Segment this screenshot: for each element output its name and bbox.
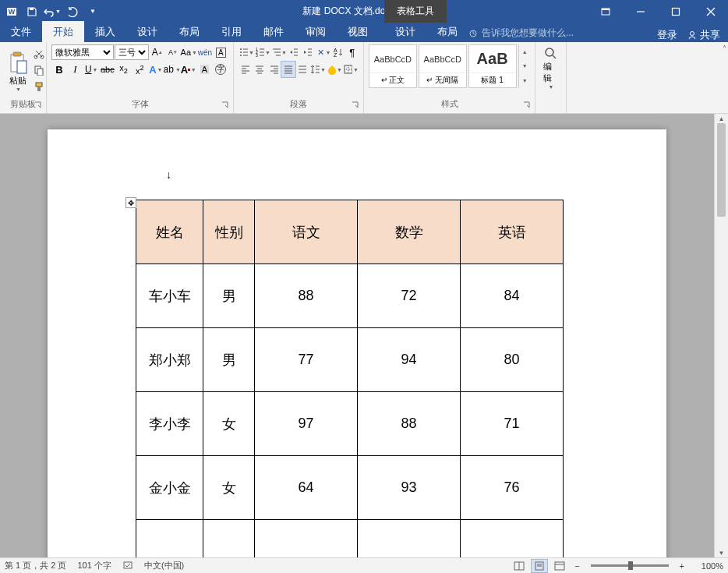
table-cell[interactable]: 77 xyxy=(255,328,358,392)
distribute-icon[interactable] xyxy=(296,62,309,77)
table-cell[interactable]: 71 xyxy=(461,392,564,456)
tab-design[interactable]: 设计 xyxy=(126,21,168,42)
table-cell[interactable]: 93 xyxy=(358,456,461,520)
grow-font-icon[interactable]: A▴ xyxy=(150,44,164,60)
table-cell[interactable]: 94 xyxy=(358,328,461,392)
tab-insert[interactable]: 插入 xyxy=(84,21,126,42)
undo-icon[interactable]: ▼ xyxy=(44,3,61,20)
styles-dialog-launcher[interactable] xyxy=(523,101,532,111)
tab-file[interactable]: 文件 xyxy=(0,21,42,42)
table-header-row[interactable]: 姓名 性别 语文 数学 英语 xyxy=(136,200,564,264)
change-case-icon[interactable]: Aa▼ xyxy=(181,44,196,60)
view-read-mode-icon[interactable] xyxy=(511,559,528,573)
ribbon-options-icon[interactable] xyxy=(588,0,623,23)
align-right-icon[interactable] xyxy=(267,62,281,77)
tab-review[interactable]: 审阅 xyxy=(295,21,337,42)
italic-icon[interactable]: I xyxy=(68,62,83,77)
tell-me-search[interactable]: 告诉我您想要做什么... xyxy=(468,24,574,42)
share-button[interactable]: 共享 xyxy=(687,28,720,42)
tab-home[interactable]: 开始 xyxy=(42,21,84,42)
qat-customize-icon[interactable]: ▼ xyxy=(84,3,101,20)
table-header-cell[interactable]: 语文 xyxy=(255,200,358,264)
sort-icon[interactable]: AZ xyxy=(332,44,345,60)
shrink-font-icon[interactable]: A▾ xyxy=(165,44,180,60)
table-cell[interactable]: 88 xyxy=(358,392,461,456)
align-justify-icon[interactable] xyxy=(281,62,295,77)
show-marks-icon[interactable]: ¶ xyxy=(345,44,359,60)
highlight-color-icon[interactable]: ab▼ xyxy=(164,62,180,77)
table-row[interactable]: 郑小郑 男 77 94 80 xyxy=(136,328,564,392)
table-row[interactable]: 金小金 女 64 93 76 xyxy=(136,456,564,520)
table-row[interactable]: 车小车 男 88 72 84 xyxy=(136,264,564,328)
sign-in-link[interactable]: 登录 xyxy=(657,28,677,42)
page[interactable]: ↓ ✥ 姓名 性别 语文 数学 英语 车小车 男 88 72 84 郑小郑 男 … xyxy=(48,129,666,557)
zoom-slider[interactable] xyxy=(591,564,669,567)
asian-layout-icon[interactable]: ✕▼ xyxy=(316,44,331,60)
font-size-select[interactable]: 三号 xyxy=(115,44,149,60)
tab-references[interactable]: 引用 xyxy=(210,21,253,42)
styles-gallery-more[interactable]: ▲ ▼ ▼ xyxy=(518,44,530,88)
borders-icon[interactable]: ▼ xyxy=(343,62,359,77)
table-cell[interactable]: 李小李 xyxy=(136,392,203,456)
status-page[interactable]: 第 1 页，共 2 页 xyxy=(5,560,66,571)
format-painter-icon[interactable] xyxy=(31,79,47,94)
styles-gallery[interactable]: AaBbCcD ↵ 正文 AaBbCcD ↵ 无间隔 AaB 标题 1 ▲ ▼ … xyxy=(369,44,530,88)
table-cell[interactable]: 郑小郑 xyxy=(136,328,203,392)
multilevel-list-icon[interactable]: ▼ xyxy=(271,44,287,60)
style-normal[interactable]: AaBbCcD ↵ 正文 xyxy=(369,44,417,88)
table-cell[interactable]: 84 xyxy=(461,264,564,328)
redo-icon[interactable] xyxy=(64,3,81,20)
table-cell[interactable]: 88 xyxy=(255,264,358,328)
table-cell[interactable]: 男 xyxy=(203,328,255,392)
status-language[interactable]: 中文(中国) xyxy=(144,560,184,571)
scroll-up-icon[interactable]: ▲ xyxy=(715,114,728,123)
table-header-cell[interactable]: 姓名 xyxy=(136,200,203,264)
table-cell[interactable]: 76 xyxy=(461,456,564,520)
table-move-handle[interactable]: ✥ xyxy=(125,197,136,208)
font-name-select[interactable]: 微软雅黑 xyxy=(51,44,114,60)
status-spellcheck-icon[interactable] xyxy=(122,560,133,571)
copy-icon[interactable] xyxy=(31,62,47,78)
line-spacing-icon[interactable]: ▼ xyxy=(310,62,326,77)
view-web-layout-icon[interactable] xyxy=(551,559,568,573)
font-dialog-launcher[interactable] xyxy=(221,101,231,111)
table-cell[interactable]: 车小车 xyxy=(136,264,203,328)
align-center-icon[interactable] xyxy=(253,62,266,77)
phonetic-guide-icon[interactable]: wén xyxy=(197,44,212,60)
table-cell[interactable]: 女 xyxy=(203,392,255,456)
zoom-in-icon[interactable]: + xyxy=(677,561,687,571)
paragraph-dialog-launcher[interactable] xyxy=(352,101,361,111)
collapse-ribbon-icon[interactable]: ˄ xyxy=(723,44,726,53)
paste-button[interactable]: 粘贴▼ xyxy=(5,44,31,99)
shading-icon[interactable]: ▼ xyxy=(327,62,342,77)
view-print-layout-icon[interactable] xyxy=(531,559,548,573)
table-cell[interactable] xyxy=(136,520,203,558)
table-cell[interactable]: 男 xyxy=(203,264,255,328)
font-color-icon[interactable]: A▼ xyxy=(181,62,196,77)
numbering-icon[interactable]: 123▼ xyxy=(255,44,270,60)
minimize-button[interactable] xyxy=(623,0,658,23)
scrollbar-thumb[interactable] xyxy=(717,123,726,217)
text-effects-icon[interactable]: A▼ xyxy=(148,62,164,77)
zoom-out-icon[interactable]: − xyxy=(571,561,582,571)
table-row[interactable]: 李小李 女 97 88 71 xyxy=(136,392,564,456)
char-border-icon[interactable]: A xyxy=(214,44,228,60)
vertical-scrollbar[interactable]: ▲ ▼ xyxy=(714,114,728,557)
table-header-cell[interactable]: 性别 xyxy=(203,200,255,264)
zoom-level[interactable]: 100% xyxy=(691,561,723,571)
table-cell[interactable]: 72 xyxy=(358,264,461,328)
bullets-icon[interactable]: ▼ xyxy=(239,44,254,60)
table-cell[interactable] xyxy=(358,520,461,558)
subscript-icon[interactable]: x2 xyxy=(116,62,132,77)
superscript-icon[interactable]: x2 xyxy=(132,62,147,77)
decrease-indent-icon[interactable] xyxy=(288,44,301,60)
status-word-count[interactable]: 101 个字 xyxy=(77,560,111,571)
tab-view[interactable]: 视图 xyxy=(337,21,379,42)
editing-button[interactable]: 编辑▼ xyxy=(540,44,561,91)
scroll-down-icon[interactable]: ▼ xyxy=(715,548,728,557)
cut-icon[interactable] xyxy=(31,46,47,62)
table-header-cell[interactable]: 数学 xyxy=(358,200,461,264)
increase-indent-icon[interactable] xyxy=(302,44,315,60)
document-area[interactable]: ↓ ✥ 姓名 性别 语文 数学 英语 车小车 男 88 72 84 郑小郑 男 … xyxy=(0,114,714,557)
table-row[interactable] xyxy=(136,520,564,558)
